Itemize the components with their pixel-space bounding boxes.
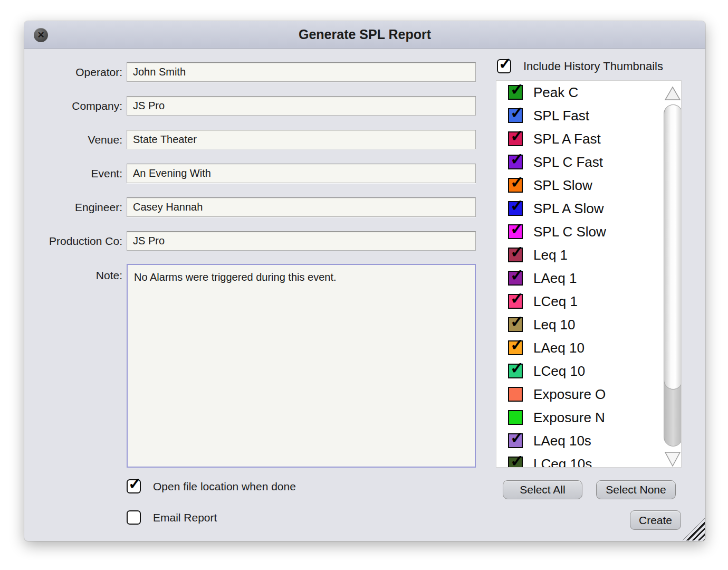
venue-input[interactable] — [127, 130, 476, 149]
checkmark-icon: ✓ — [510, 360, 524, 376]
measurement-row[interactable]: ✓ LCeq 1 — [496, 290, 681, 313]
operator-input[interactable] — [127, 62, 476, 82]
venue-label: Venue: — [24, 134, 122, 146]
measurement-row[interactable]: ✓ SPL Slow — [496, 174, 681, 197]
measurement-row[interactable]: ✓ SPL A Fast — [496, 127, 681, 150]
measurement-checkbox[interactable]: ✓ — [508, 364, 523, 378]
checkmark-icon: ✓ — [510, 197, 524, 214]
scrollbar-track[interactable] — [664, 104, 682, 446]
checkmark-icon: ✓ — [510, 221, 524, 237]
engineer-input[interactable] — [127, 197, 476, 217]
close-icon: ✕ — [37, 31, 44, 40]
checkmark-icon: ✓ — [510, 128, 524, 144]
checkmark-icon: ✓ — [510, 337, 524, 353]
checkmark-icon: ✓ — [510, 430, 524, 446]
scrollbar-thumb[interactable] — [664, 104, 682, 390]
include-history-thumbnails-label: Include History Thumbnails — [523, 60, 663, 73]
include-history-thumbnails-checkbox[interactable]: ✓ — [497, 59, 511, 73]
measurement-row[interactable]: ✓ SPL A Slow — [496, 197, 681, 220]
measurement-label: Leq 10 — [533, 317, 576, 333]
company-label: Company: — [24, 100, 122, 112]
measurement-label: Leq 1 — [533, 247, 568, 263]
checkmark-icon: ✓ — [510, 244, 524, 260]
measurement-row[interactable]: ✓ LAeq 1 — [496, 267, 681, 290]
measurement-row[interactable]: ✓ SPL C Fast — [496, 150, 681, 174]
select-none-button[interactable]: Select None — [596, 480, 676, 499]
create-button[interactable]: Create — [630, 510, 681, 530]
engineer-label: Engineer: — [24, 201, 122, 214]
measurement-checkbox[interactable]: ✓ — [508, 457, 523, 468]
dialog-title: Generate SPL Report — [299, 27, 431, 42]
checkmark-icon: ✓ — [510, 290, 524, 307]
measurement-label: LCeq 10 — [533, 363, 585, 379]
title-bar: ✕ Generate SPL Report — [24, 21, 705, 49]
checkmark-icon: ✓ — [510, 314, 524, 330]
measurement-checkbox[interactable]: ✓ — [508, 271, 523, 286]
scroll-up-arrow[interactable] — [664, 85, 682, 102]
production-co-input[interactable] — [127, 231, 476, 251]
close-button[interactable]: ✕ — [34, 28, 48, 42]
measurement-label: Exposure O — [533, 386, 606, 403]
measurement-label: SPL A Slow — [533, 201, 604, 217]
email-report-checkbox[interactable]: ✓ — [127, 510, 141, 525]
measurement-checkbox[interactable]: ✓ — [508, 155, 523, 169]
measurement-checkbox[interactable]: ✓ — [508, 248, 523, 262]
event-input[interactable] — [127, 164, 476, 183]
measurement-checkbox[interactable]: ✓ — [508, 294, 523, 309]
checkmark-icon: ✓ — [510, 267, 524, 283]
email-report-label: Email Report — [153, 511, 217, 524]
open-file-location-checkbox[interactable]: ✓ — [127, 479, 141, 493]
measurement-row[interactable]: ✓ LCeq 10s — [496, 452, 681, 468]
measurement-list-rows: ✓ Peak C ✓ SPL Fast ✓ SPL A Fast ✓ SPL C… — [496, 81, 681, 468]
measurement-label: LAeq 10s — [533, 433, 591, 449]
measurement-checkbox[interactable]: ✓ — [508, 410, 523, 425]
measurement-row[interactable]: ✓ Exposure N — [496, 406, 681, 429]
measurement-checkbox[interactable]: ✓ — [508, 317, 523, 332]
checkmark-icon: ✓ — [510, 174, 524, 191]
measurement-checkbox[interactable]: ✓ — [508, 131, 523, 146]
event-label: Event: — [24, 167, 122, 180]
measurement-row[interactable]: ✓ Exposure O — [496, 383, 681, 406]
measurement-label: SPL Slow — [533, 177, 592, 194]
measurement-list: ✓ Peak C ✓ SPL Fast ✓ SPL A Fast ✓ SPL C… — [496, 80, 682, 468]
option-email-report: ✓ Email Report — [127, 510, 217, 525]
company-input[interactable] — [127, 96, 476, 116]
measurement-label: Peak C — [533, 84, 578, 101]
measurement-label: LAeq 1 — [533, 270, 577, 287]
measurement-checkbox[interactable]: ✓ — [508, 387, 523, 402]
checkmark-icon: ✓ — [128, 476, 141, 492]
measurement-checkbox[interactable]: ✓ — [508, 201, 523, 216]
note-label: Note: — [24, 269, 122, 282]
measurement-row[interactable]: ✓ LAeq 10 — [496, 336, 681, 359]
measurement-row[interactable]: ✓ LCeq 10 — [496, 359, 681, 383]
operator-label: Operator: — [24, 66, 122, 79]
generate-spl-report-dialog: ✕ Generate SPL Report Operator: Company:… — [24, 21, 705, 541]
open-file-location-label: Open file location when done — [153, 480, 296, 493]
select-all-button[interactable]: Select All — [503, 480, 582, 499]
checkmark-icon: ✓ — [510, 151, 524, 167]
measurement-row[interactable]: ✓ SPL Fast — [496, 104, 681, 127]
measurement-checkbox[interactable]: ✓ — [508, 178, 523, 193]
measurement-checkbox[interactable]: ✓ — [508, 224, 523, 239]
option-open-file-location: ✓ Open file location when done — [127, 479, 296, 493]
measurement-row[interactable]: ✓ Peak C — [496, 81, 681, 104]
resize-grip[interactable] — [683, 518, 705, 540]
measurement-label: SPL C Slow — [533, 224, 606, 240]
measurement-label: LCeq 1 — [533, 293, 578, 310]
checkmark-icon: ✓ — [510, 81, 524, 98]
measurement-row[interactable]: ✓ Leq 1 — [496, 243, 681, 267]
checkmark-icon: ✓ — [499, 56, 512, 72]
measurement-checkbox[interactable]: ✓ — [508, 433, 523, 448]
measurement-row[interactable]: ✓ Leq 10 — [496, 313, 681, 336]
measurement-row[interactable]: ✓ LAeq 10s — [496, 429, 681, 452]
measurement-label: SPL Fast — [533, 108, 589, 124]
measurement-checkbox[interactable]: ✓ — [508, 85, 523, 100]
measurement-row[interactable]: ✓ SPL C Slow — [496, 220, 681, 243]
measurement-checkbox[interactable]: ✓ — [508, 108, 523, 123]
include-history-thumbnails-row: ✓ Include History Thumbnails — [497, 59, 663, 73]
scroll-down-arrow[interactable] — [664, 450, 682, 468]
measurement-label: LCeq 10s — [533, 456, 592, 468]
note-textarea[interactable]: No Alarms were triggered during this eve… — [127, 264, 476, 468]
production-co-label: Production Co: — [24, 235, 122, 248]
measurement-checkbox[interactable]: ✓ — [508, 340, 523, 355]
